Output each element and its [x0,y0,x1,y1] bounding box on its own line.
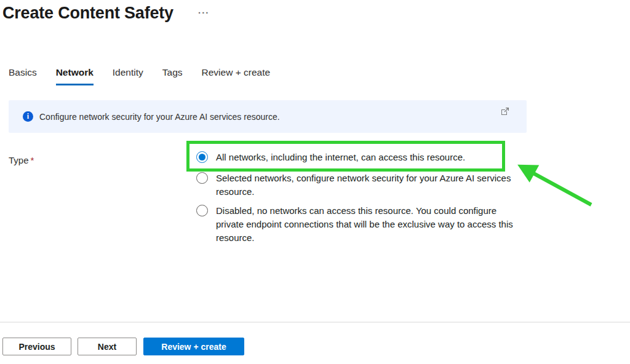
more-menu-button[interactable]: ... [198,5,210,15]
previous-button[interactable]: Previous [2,338,71,355]
tab-network[interactable]: Network [56,67,94,85]
radio-option-all-networks[interactable]: All networks, including the internet, ca… [196,151,465,164]
tab-basics[interactable]: Basics [9,67,37,85]
info-banner: i Configure network security for your Az… [9,100,527,133]
create-content-safety-page: Create Content Safety ... Basics Network… [0,0,630,364]
tab-identity[interactable]: Identity [113,67,143,85]
type-label-text: Type [9,155,29,165]
radio-option-label: Selected networks, configure network sec… [216,172,527,199]
radio-button-selected[interactable] [196,151,208,163]
banner-text: Configure network security for your Azur… [39,112,280,122]
info-icon: i [23,111,33,122]
radio-button[interactable] [196,205,208,216]
radio-option-label: All networks, including the internet, ca… [216,151,465,164]
footer-divider [0,322,630,323]
radio-option-disabled[interactable]: Disabled, no networks can access this re… [196,204,527,245]
page-title: Create Content Safety [2,4,173,23]
type-label: Type* [9,155,34,165]
radio-option-label: Disabled, no networks can access this re… [216,204,527,245]
required-marker: * [31,155,34,165]
external-link-icon[interactable] [501,107,509,116]
tab-review-create[interactable]: Review + create [202,67,271,85]
radio-button[interactable] [196,172,208,184]
next-button[interactable]: Next [78,338,137,355]
review-create-button[interactable]: Review + create [143,338,244,355]
radio-option-selected-networks[interactable]: Selected networks, configure network sec… [196,172,527,199]
tab-bar: Basics Network Identity Tags Review + cr… [9,67,270,85]
tab-tags[interactable]: Tags [162,67,183,85]
